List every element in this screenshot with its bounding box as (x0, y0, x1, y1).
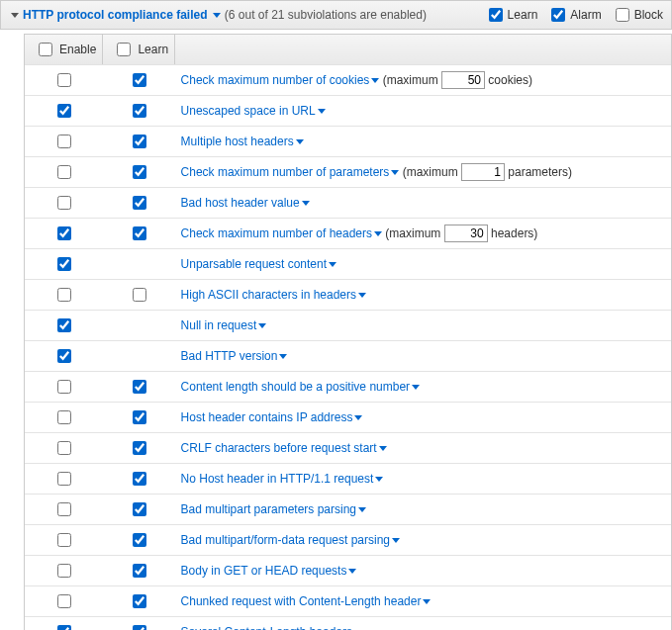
chevron-down-icon[interactable] (296, 139, 304, 144)
learn-checkbox[interactable] (133, 104, 146, 118)
chevron-down-icon[interactable] (279, 354, 287, 359)
subviolation-link[interactable]: Chunked request with Content-Length head… (181, 594, 422, 608)
chevron-down-icon (213, 13, 221, 18)
chevron-down-icon[interactable] (379, 446, 387, 451)
enable-checkbox[interactable] (57, 196, 71, 210)
chevron-down-icon[interactable] (354, 415, 362, 420)
subviolation-link[interactable]: No Host header in HTTP/1.1 request (181, 472, 374, 486)
chevron-down-icon[interactable] (375, 477, 383, 482)
enable-checkbox[interactable] (57, 73, 71, 87)
subviolation-link[interactable]: Check maximum number of headers (181, 226, 372, 240)
learn-checkbox[interactable] (133, 135, 146, 148)
learn-checkbox[interactable] (133, 73, 146, 87)
enable-cell (25, 525, 103, 556)
enable-checkbox[interactable] (57, 104, 71, 118)
alarm-toggle[interactable]: Alarm (547, 5, 601, 25)
description-cell: High ASCII characters in headers (175, 280, 671, 311)
chevron-down-icon[interactable] (374, 231, 382, 236)
table-row: Unescaped space in URL (25, 96, 671, 127)
enable-checkbox[interactable] (57, 625, 71, 630)
learn-checkbox[interactable] (133, 472, 146, 486)
enable-cell (25, 586, 103, 617)
enable-checkbox[interactable] (57, 533, 71, 547)
maximum-input[interactable] (461, 163, 505, 181)
subviolation-link[interactable]: Bad host header value (181, 196, 300, 210)
learn-checkbox[interactable] (133, 410, 146, 424)
enable-checkbox[interactable] (57, 441, 71, 455)
enable-checkbox[interactable] (57, 410, 71, 424)
enable-checkbox[interactable] (57, 135, 71, 148)
extra-suffix: cookies) (485, 73, 532, 87)
enable-checkbox[interactable] (57, 318, 71, 332)
learn-all-checkbox[interactable] (117, 43, 131, 56)
enable-header-label: Enable (59, 43, 96, 56)
maximum-input[interactable] (444, 225, 488, 242)
section-title-link[interactable]: HTTP protocol compliance failed (23, 8, 221, 22)
subviolation-link[interactable]: Unparsable request content (181, 257, 327, 271)
chevron-down-icon[interactable] (358, 507, 366, 512)
enable-cell (25, 96, 103, 127)
enable-checkbox[interactable] (57, 288, 71, 302)
learn-checkbox[interactable] (133, 196, 146, 210)
learn-checkbox[interactable] (133, 441, 146, 455)
chevron-down-icon[interactable] (348, 569, 356, 574)
learn-checkbox[interactable] (133, 564, 146, 578)
enable-checkbox[interactable] (57, 594, 71, 608)
learn-checkbox[interactable] (133, 165, 146, 179)
subviolation-link[interactable]: Content length should be a positive numb… (181, 380, 411, 394)
block-toggle[interactable]: Block (612, 5, 663, 25)
chevron-down-icon[interactable] (302, 201, 310, 206)
enable-checkbox[interactable] (57, 257, 71, 271)
subviolation-link[interactable]: CRLF characters before request start (181, 441, 377, 455)
learn-cell (103, 96, 175, 127)
chevron-down-icon[interactable] (318, 109, 326, 114)
subviolation-link[interactable]: Bad multipart/form-data request parsing (181, 533, 390, 547)
table-row: Check maximum number of headers (maximum… (25, 219, 671, 249)
learn-checkbox[interactable] (133, 625, 146, 630)
learn-checkbox[interactable] (133, 502, 146, 516)
subviolation-link[interactable]: High ASCII characters in headers (181, 288, 356, 302)
chevron-down-icon[interactable] (423, 599, 431, 604)
block-checkbox[interactable] (616, 8, 629, 22)
subviolation-link[interactable]: Bad multipart parameters parsing (181, 502, 356, 516)
learn-checkbox[interactable] (133, 533, 146, 547)
enable-all-checkbox[interactable] (39, 43, 52, 56)
subviolation-link[interactable]: Check maximum number of parameters (181, 165, 390, 179)
enable-checkbox[interactable] (57, 380, 71, 394)
learn-checkbox[interactable] (133, 594, 146, 608)
chevron-down-icon[interactable] (412, 385, 420, 390)
subviolation-link[interactable]: Check maximum number of cookies (181, 73, 370, 87)
learn-checkbox[interactable] (133, 288, 146, 302)
enable-checkbox[interactable] (57, 349, 71, 363)
enable-checkbox[interactable] (57, 226, 71, 240)
header-controls: Learn Alarm Block (485, 5, 663, 25)
enable-checkbox[interactable] (57, 472, 71, 486)
subviolation-link[interactable]: Bad HTTP version (181, 349, 278, 363)
enable-cell (25, 556, 103, 586)
chevron-down-icon[interactable] (392, 538, 400, 543)
subviolation-link[interactable]: Null in request (181, 318, 257, 332)
description-cell: Unescaped space in URL (175, 96, 671, 127)
subviolation-link[interactable]: Body in GET or HEAD requests (181, 564, 347, 578)
chevron-down-icon[interactable] (358, 293, 366, 298)
enable-checkbox[interactable] (57, 165, 71, 179)
enable-checkbox[interactable] (57, 502, 71, 516)
chevron-down-icon[interactable] (329, 262, 336, 267)
learn-toggle[interactable]: Learn (485, 5, 538, 25)
description-cell: CRLF characters before request start (175, 433, 671, 464)
subviolation-link[interactable]: Several Content-Length headers (181, 625, 352, 630)
learn-checkbox[interactable] (133, 380, 146, 394)
alarm-checkbox[interactable] (551, 8, 565, 22)
subviolation-link[interactable]: Multiple host headers (181, 135, 294, 148)
learn-checkbox[interactable] (489, 8, 503, 22)
learn-checkbox[interactable] (133, 226, 146, 240)
learn-cell (103, 65, 175, 96)
maximum-input[interactable] (441, 71, 485, 89)
subviolation-link[interactable]: Host header contains IP address (181, 410, 353, 424)
learn-cell (103, 280, 175, 311)
chevron-down-icon[interactable] (258, 323, 266, 328)
subviolation-link[interactable]: Unescaped space in URL (181, 104, 316, 118)
table-row: Content length should be a positive numb… (25, 372, 671, 403)
enable-checkbox[interactable] (57, 564, 71, 578)
collapse-icon[interactable] (11, 13, 19, 18)
